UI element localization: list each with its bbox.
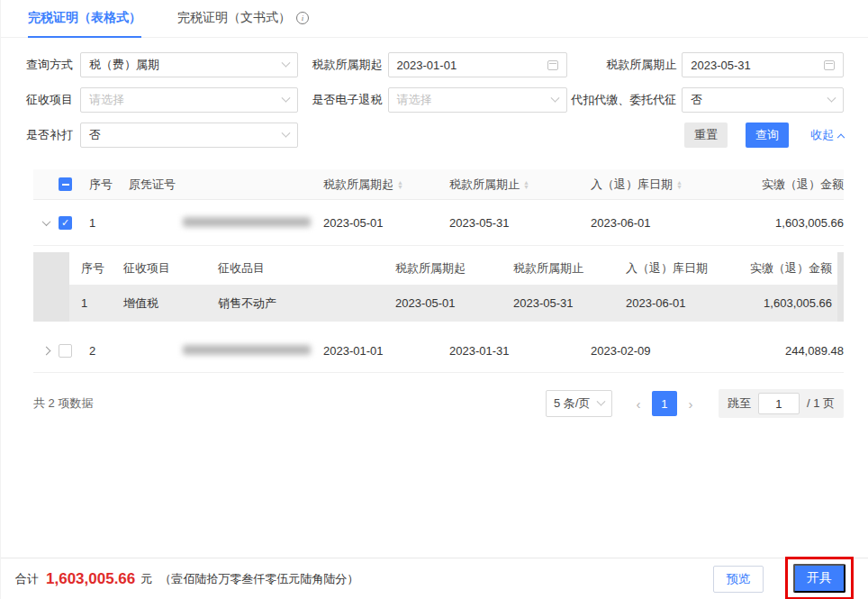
e-refund-label: 是否电子退税	[303, 92, 383, 108]
header-period-end-label: 税款所属期止	[449, 177, 520, 191]
query-mode-select[interactable]: 税（费）属期	[80, 52, 298, 77]
chevron-down-icon	[596, 396, 605, 405]
levy-item-label: 征收项目	[26, 92, 73, 108]
row-period-end: 2023-05-31	[446, 216, 577, 230]
header-amount: 实缴（退）金额	[723, 177, 844, 193]
chevron-right-icon	[41, 347, 50, 356]
indeterminate-checkbox-icon	[59, 177, 72, 191]
sub-header-storage-date: 入（退）库日期	[619, 260, 731, 277]
tab-document-format[interactable]: 完税证明（文书式） i	[177, 0, 309, 38]
sub-row-levy-sub-item: 销售不动产	[218, 295, 384, 312]
issue-button[interactable]: 开具	[793, 564, 845, 593]
pagination: 5 条/页 ‹ 1 › 跳至 / 1 页	[546, 389, 844, 418]
chevron-down-icon	[282, 128, 291, 137]
select-all-checkbox[interactable]	[59, 177, 86, 191]
row-checkbox[interactable]: ✓	[59, 216, 86, 230]
period-start-value: 2023-01-01	[397, 59, 457, 72]
sub-header-seq: 序号	[69, 260, 123, 277]
prev-page-button[interactable]: ‹	[625, 396, 652, 412]
filter-form: 查询方式 税（费）属期 税款所属期起 2023-01-01 税款所属期止 202…	[1, 38, 868, 148]
reprint-value: 否	[89, 127, 101, 143]
unchecked-checkbox-icon	[59, 344, 72, 358]
row-voucher	[129, 344, 318, 358]
table-row: ✓ 1 2023-05-01 2023-05-31 2023-06-01 1,6…	[33, 200, 844, 246]
withholding-label: 代扣代缴、委托代征	[569, 92, 676, 108]
e-refund-select[interactable]: 请选择	[388, 87, 568, 113]
results-table: 序号 原凭证号 税款所属期起▲▼ 税款所属期止▲▼ 入（退）库日期▲▼ 实缴（退…	[33, 169, 844, 373]
sub-row-levy-item: 增值税	[123, 295, 218, 312]
levy-item-placeholder: 请选择	[89, 92, 124, 108]
calendar-icon	[547, 60, 558, 70]
row-seq: 1	[86, 216, 129, 230]
row-voucher	[129, 216, 318, 230]
sub-row-storage-date: 2023-06-01	[619, 296, 731, 310]
table-header-row: 序号 原凭证号 税款所属期起▲▼ 税款所属期止▲▼ 入（退）库日期▲▼ 实缴（退…	[33, 169, 844, 200]
chevron-down-icon	[551, 93, 560, 102]
row-expand-toggle[interactable]	[33, 348, 59, 354]
reprint-label: 是否补打	[26, 127, 73, 143]
withholding-value: 否	[691, 92, 702, 108]
subtable-main: 序号 征收项目 征收品目 税款所属期起 税款所属期止 入（退）库日期 实缴（退）…	[69, 252, 837, 322]
filter-row-3: 是否补打 否 重置 查询 收起	[26, 123, 844, 148]
sub-header-amount: 实缴（退）金额	[731, 260, 837, 277]
page-count-text: / 1 页	[807, 395, 835, 412]
filter-row-1: 查询方式 税（费）属期 税款所属期起 2023-01-01 税款所属期止 202…	[26, 52, 844, 77]
row-expand-toggle[interactable]	[33, 220, 59, 226]
amount-in-words: （壹佰陆拾万零叁仟零伍元陆角陆分）	[159, 571, 358, 587]
chevron-down-icon	[827, 93, 836, 102]
header-storage-date: 入（退）库日期▲▼	[577, 177, 723, 193]
collapse-link[interactable]: 收起	[810, 127, 844, 143]
sub-header-levy-item: 征收项目	[123, 260, 218, 277]
subtable-left-gutter	[33, 252, 69, 322]
search-button[interactable]: 查询	[746, 123, 789, 148]
row-storage-date: 2023-06-01	[577, 216, 723, 230]
jump-page-input[interactable]	[758, 393, 800, 414]
row-seq: 2	[86, 344, 129, 358]
period-end-value: 2023-05-31	[691, 59, 751, 72]
next-page-button[interactable]: ›	[677, 396, 704, 412]
sort-icon[interactable]: ▲▼	[397, 180, 403, 189]
header-period-start-label: 税款所属期起	[323, 177, 393, 191]
preview-button[interactable]: 预览	[713, 566, 764, 593]
row-amount: 244,089.48	[723, 344, 844, 358]
info-icon[interactable]: i	[296, 12, 309, 24]
row-period-start: 2023-01-01	[318, 344, 446, 358]
tab-table-format[interactable]: 完税证明（表格式）	[28, 0, 141, 38]
red-highlight-box: 开具	[785, 557, 854, 599]
current-page-button[interactable]: 1	[652, 391, 677, 416]
reset-button[interactable]: 重置	[684, 123, 728, 148]
redacted-voucher-number	[183, 345, 311, 355]
subtable-header-row: 序号 征收项目 征收品目 税款所属期起 税款所属期止 入（退）库日期 实缴（退）…	[69, 252, 837, 285]
row-checkbox[interactable]	[59, 344, 86, 358]
header-voucher: 原凭证号	[129, 177, 318, 193]
calendar-icon	[824, 60, 835, 70]
period-start-label: 税款所属期起	[303, 57, 383, 73]
sub-row-seq: 1	[69, 296, 123, 310]
reprint-select[interactable]: 否	[80, 123, 298, 148]
header-period-end: 税款所属期止▲▼	[446, 177, 577, 193]
e-refund-placeholder: 请选择	[397, 92, 432, 108]
levy-item-select[interactable]: 请选择	[80, 87, 298, 113]
chevron-down-icon	[281, 93, 290, 102]
sort-icon[interactable]: ▲▼	[523, 180, 529, 189]
withholding-select[interactable]: 否	[682, 87, 844, 113]
chevron-up-icon	[837, 134, 845, 141]
redacted-voucher-number	[183, 217, 311, 227]
filter-row-2: 征收项目 请选择 是否电子退税 请选择 代扣代缴、委托代征 否	[26, 87, 844, 113]
total-unit: 元	[140, 571, 152, 587]
header-period-start: 税款所属期起▲▼	[318, 177, 446, 193]
period-start-datepicker[interactable]: 2023-01-01	[388, 52, 568, 77]
page-size-select[interactable]: 5 条/页	[546, 390, 612, 417]
total-label: 合计	[15, 571, 39, 587]
filter-buttons: 重置 查询 收起	[684, 123, 844, 148]
total-amount: 1,603,005.66	[46, 570, 135, 588]
sub-header-period-start: 税款所属期起	[384, 260, 506, 277]
period-end-datepicker[interactable]: 2023-05-31	[682, 52, 844, 77]
sort-icon[interactable]: ▲▼	[676, 180, 683, 189]
page-size-value: 5 条/页	[554, 395, 590, 412]
query-mode-label: 查询方式	[26, 57, 73, 73]
header-storage-date-label: 入（退）库日期	[591, 177, 673, 191]
chevron-down-icon	[281, 58, 290, 67]
row-storage-date: 2023-02-09	[577, 344, 723, 358]
period-end-label: 税款所属期止	[569, 57, 676, 73]
